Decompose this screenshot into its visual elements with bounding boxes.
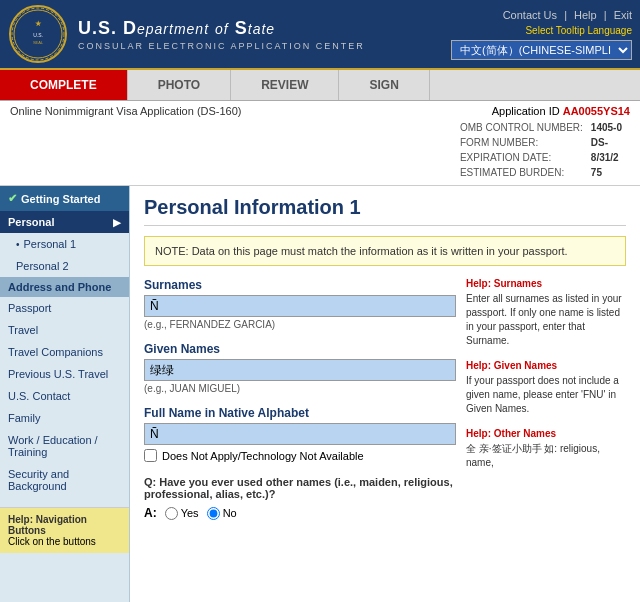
help-link[interactable]: Help <box>574 9 597 21</box>
no-label: No <box>223 507 237 519</box>
answer-row: A: Yes No <box>144 506 456 520</box>
arrow-icon: ▶ <box>113 217 121 228</box>
yes-radio-label[interactable]: Yes <box>165 507 199 520</box>
form-help-panel: Help: Surnames Enter all surnames as lis… <box>466 278 626 520</box>
nav-help-text: Click on the buttons <box>8 536 121 547</box>
nav-tabs: COMPLETE PHOTO REVIEW SIGN <box>0 70 640 101</box>
help-surnames-block: Help: Surnames Enter all surnames as lis… <box>466 278 626 348</box>
main-layout: ✔ Getting Started Personal ▶ • Personal … <box>0 186 640 602</box>
form-section: Surnames (e.g., FERNANDEZ GARCIA) Given … <box>144 278 626 520</box>
help-other-names-title: Help: Other Names <box>466 428 626 439</box>
personal-label: Personal <box>8 216 54 228</box>
dept-title: U.S. Department of State CONSULAR ELECTR… <box>78 18 451 51</box>
form-number-value: DS- <box>591 136 628 149</box>
help-given-names-block: Help: Given Names If your passport does … <box>466 360 626 416</box>
sidebar-item-work-edu[interactable]: Work / Education / Training <box>0 429 129 463</box>
page-title: Personal Information 1 <box>144 196 626 226</box>
question-section: Q: Have you ever used other names (i.e.,… <box>144 476 456 520</box>
surnames-input[interactable] <box>144 295 456 317</box>
burden-value: 75 <box>591 166 628 179</box>
question-main: Q: Have you ever used other names (i.e.,… <box>144 476 456 520</box>
personal2-label: Personal 2 <box>16 260 69 272</box>
app-id-value: AA0055YS14 <box>563 105 630 117</box>
page-header: ★ U.S. SEAL U.S. Department of State CON… <box>0 0 640 70</box>
sidebar-item-personal[interactable]: Personal ▶ <box>0 211 129 233</box>
sidebar-item-travel[interactable]: Travel <box>0 319 129 341</box>
help-other-names-block: Help: Other Names 全 亲·签证小助手 如: religious… <box>466 428 626 470</box>
main-content: Personal Information 1 NOTE: Data on thi… <box>130 186 640 602</box>
lang-label: Select Tooltip Language <box>525 25 632 36</box>
help-given-names-title: Help: Given Names <box>466 360 626 371</box>
question-text: Q: Have you ever used other names (i.e.,… <box>144 476 456 500</box>
svg-text:★: ★ <box>35 20 42 27</box>
given-names-hint: (e.g., JUAN MIGUEL) <box>144 383 456 394</box>
personal1-label: Personal 1 <box>24 238 77 250</box>
svg-text:U.S.: U.S. <box>33 32 43 38</box>
omb-label: OMB CONTROL NUMBER: <box>460 121 589 134</box>
sidebar-item-travel-companions[interactable]: Travel Companions <box>0 341 129 363</box>
sidebar-item-address-phone[interactable]: Address and Phone <box>0 277 129 297</box>
header-right: Contact Us | Help | Exit Select Tooltip … <box>451 9 632 60</box>
bullet-icon: • <box>16 239 20 250</box>
svg-text:SEAL: SEAL <box>33 40 44 45</box>
tab-complete[interactable]: COMPLETE <box>0 70 128 100</box>
app-title-area: Online Nonimmigrant Visa Application (DS… <box>0 101 640 117</box>
app-info-table: OMB CONTROL NUMBER: 1405-0 FORM NUMBER: … <box>458 119 630 181</box>
surnames-hint: (e.g., FERNANDEZ GARCIA) <box>144 319 456 330</box>
dept-name: U.S. Department of State <box>78 18 451 39</box>
checkmark-icon: ✔ <box>8 192 17 205</box>
language-select[interactable]: 中文(简体）(CHINESE-SIMPLI <box>451 40 632 60</box>
surnames-field: Surnames (e.g., FERNANDEZ GARCIA) <box>144 278 456 330</box>
no-radio-label[interactable]: No <box>207 507 237 520</box>
us-seal-logo: ★ U.S. SEAL <box>8 4 68 64</box>
sidebar-item-security[interactable]: Security and Background <box>0 463 129 497</box>
given-names-field: Given Names (e.g., JUAN MIGUEL) <box>144 342 456 394</box>
tab-photo[interactable]: PHOTO <box>128 70 231 100</box>
yes-label: Yes <box>181 507 199 519</box>
no-radio[interactable] <box>207 507 220 520</box>
surnames-label: Surnames <box>144 278 456 292</box>
help-given-names-text: If your passport does not include a give… <box>466 374 626 416</box>
tab-review[interactable]: REVIEW <box>231 70 339 100</box>
sidebar-item-us-contact[interactable]: U.S. Contact <box>0 385 129 407</box>
sidebar-item-personal1[interactable]: • Personal 1 <box>0 233 129 255</box>
sidebar: ✔ Getting Started Personal ▶ • Personal … <box>0 186 130 602</box>
app-id-label: Application ID <box>492 105 560 117</box>
expiry-value: 8/31/2 <box>591 151 628 164</box>
burden-label: ESTIMATED BURDEN: <box>460 166 589 179</box>
does-not-apply-checkbox[interactable] <box>144 449 157 462</box>
app-id-area: Application ID AA0055YS14 <box>492 105 630 117</box>
yes-radio[interactable] <box>165 507 178 520</box>
full-name-native-input[interactable] <box>144 423 456 445</box>
form-main: Surnames (e.g., FERNANDEZ GARCIA) Given … <box>144 278 456 520</box>
sidebar-item-getting-started[interactable]: ✔ Getting Started <box>0 186 129 211</box>
app-subtitle: Online Nonimmigrant Visa Application (DS… <box>10 105 242 117</box>
header-links[interactable]: Contact Us | Help | Exit <box>503 9 632 21</box>
expiry-label: EXPIRATION DATE: <box>460 151 589 164</box>
sidebar-item-personal2[interactable]: Personal 2 <box>0 255 129 277</box>
sidebar-item-passport[interactable]: Passport <box>0 297 129 319</box>
nav-help-title: Help: Navigation Buttons <box>8 514 121 536</box>
does-not-apply-label[interactable]: Does Not Apply/Technology Not Available <box>162 450 364 462</box>
help-surnames-title: Help: Surnames <box>466 278 626 289</box>
dept-subtitle: CONSULAR ELECTRONIC APPLICATION CENTER <box>78 41 451 51</box>
exit-link[interactable]: Exit <box>614 9 632 21</box>
form-number-label: FORM NUMBER: <box>460 136 589 149</box>
full-name-native-label: Full Name in Native Alphabet <box>144 406 456 420</box>
contact-us-link[interactable]: Contact Us <box>503 9 557 21</box>
getting-started-label: Getting Started <box>21 193 100 205</box>
full-name-native-field: Full Name in Native Alphabet Does Not Ap… <box>144 406 456 462</box>
sidebar-nav-help: Help: Navigation Buttons Click on the bu… <box>0 507 129 553</box>
given-names-label: Given Names <box>144 342 456 356</box>
tab-sign[interactable]: SIGN <box>339 70 429 100</box>
omb-value: 1405-0 <box>591 121 628 134</box>
sidebar-item-prev-us-travel[interactable]: Previous U.S. Travel <box>0 363 129 385</box>
answer-label: A: <box>144 506 157 520</box>
note-box: NOTE: Data on this page must match the i… <box>144 236 626 266</box>
help-surnames-text: Enter all surnames as listed in your pas… <box>466 292 626 348</box>
does-not-apply-row: Does Not Apply/Technology Not Available <box>144 449 456 462</box>
help-other-names-text: 全 亲·签证小助手 如: religious, name, <box>466 442 626 470</box>
given-names-input[interactable] <box>144 359 456 381</box>
sidebar-item-family[interactable]: Family <box>0 407 129 429</box>
